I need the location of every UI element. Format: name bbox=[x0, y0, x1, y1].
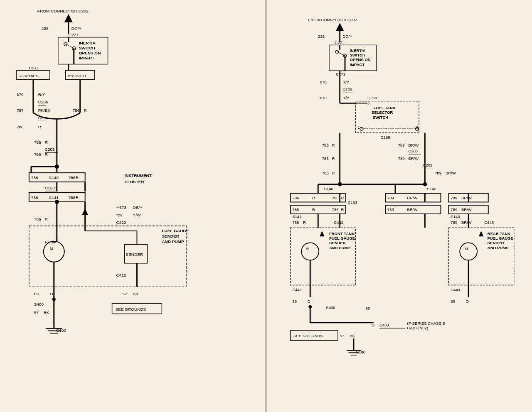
right-front-motor: M bbox=[306, 246, 310, 251]
left-786a-num: 786 bbox=[17, 125, 24, 129]
right-s141-786r: 786 bbox=[332, 207, 339, 212]
left-diagram: FROM CONNECTOR C202 N 238 DG/Y C271 INER… bbox=[0, 0, 266, 412]
right-s141-r: R bbox=[312, 207, 315, 212]
right-89b: 89 bbox=[366, 306, 370, 311]
right-s140-rr: R bbox=[341, 196, 344, 200]
left-motor-m: M bbox=[50, 246, 53, 251]
left-g100: G100 bbox=[56, 328, 66, 333]
right-670a-num: 670 bbox=[320, 80, 327, 84]
right-c403: C403 bbox=[379, 323, 389, 327]
right-786b-num: 786 bbox=[322, 156, 329, 161]
svg-marker-35 bbox=[82, 208, 88, 215]
left-c206b: C206 bbox=[38, 115, 48, 120]
diagram-container: FROM CONNECTOR C202 N 238 DG/Y C271 INER… bbox=[0, 0, 532, 412]
svg-text:FUEL GAUGE: FUEL GAUGE bbox=[488, 236, 513, 240]
right-c442a: C442 bbox=[334, 220, 343, 225]
right-57-num: 57 bbox=[340, 334, 345, 338]
right-s142: S142 bbox=[427, 186, 436, 191]
rear-tank-label1: REAR TANK bbox=[488, 231, 510, 236]
left-57b-color: BK bbox=[44, 310, 49, 315]
right-s141: S141 bbox=[292, 214, 301, 219]
right-789a-color: BR/W bbox=[408, 143, 419, 147]
left-786c-color: R bbox=[45, 152, 48, 157]
left-57-color: BK bbox=[133, 292, 139, 296]
svg-text:OPENS ON: OPENS ON bbox=[79, 51, 101, 55]
svg-text:SWITCH: SWITCH bbox=[373, 115, 389, 120]
left-786a-color: R bbox=[38, 125, 41, 129]
left-786e-color: R bbox=[76, 175, 79, 180]
left-s400: S400 bbox=[34, 302, 44, 307]
left-pump-label: PUMP bbox=[45, 240, 57, 244]
right-89a-color: O bbox=[308, 299, 310, 304]
left-c271: C271 bbox=[29, 66, 39, 70]
svg-text:SENDER: SENDER bbox=[329, 240, 346, 245]
right-786d-num: 786 bbox=[292, 220, 299, 225]
left-c206a: C206 bbox=[38, 100, 48, 104]
svg-text:IMPACT: IMPACT bbox=[79, 56, 94, 60]
bronco-label: BRONCO bbox=[68, 74, 86, 78]
fseries-label: F-SERIES bbox=[20, 74, 39, 78]
right-789d-num: 789 bbox=[451, 220, 457, 225]
svg-text:SWITCH: SWITCH bbox=[350, 53, 365, 57]
left-s141: S141 bbox=[49, 195, 59, 200]
left-89-num: 89 bbox=[34, 292, 39, 296]
svg-text:SENDER: SENDER bbox=[488, 240, 504, 245]
svg-text:N: N bbox=[338, 25, 341, 30]
left-786e-num: 786 bbox=[69, 175, 76, 180]
svg-text:CLUSTER: CLUSTER bbox=[125, 179, 144, 184]
right-s142-brwr: BR/W bbox=[461, 196, 472, 200]
right-inertia: INERTIA bbox=[350, 48, 365, 53]
right-g100: G100 bbox=[356, 350, 365, 354]
right-s142-789r: 789 bbox=[451, 196, 457, 200]
left-see-grounds: SEE GROUNDS bbox=[116, 307, 146, 311]
right-s140-786r: 786 bbox=[332, 196, 339, 200]
left-786b-color: R bbox=[45, 140, 48, 145]
left-786-right-num: 786 bbox=[73, 108, 80, 113]
right-s140: S140 bbox=[324, 186, 333, 191]
svg-text:SELECTOR: SELECTOR bbox=[372, 110, 393, 115]
right-670a-color: R/Y bbox=[342, 80, 350, 84]
right-s143-brw: BR/W bbox=[407, 207, 418, 212]
inst-cluster-label: INSTRUMENT bbox=[125, 173, 152, 178]
right-s140-r: R bbox=[312, 196, 315, 200]
right-diagram: FROM CONNECTOR C202 N 238 DG/Y C271 INER… bbox=[266, 0, 532, 412]
svg-text:AND PUMP: AND PUMP bbox=[162, 239, 184, 244]
right-ftss-label: FUEL TANK bbox=[374, 105, 396, 110]
left-fgsp-label1: FUEL GAUGE bbox=[162, 228, 189, 233]
right-789c-color: BR/W bbox=[446, 171, 456, 175]
left-title: FROM CONNECTOR C202 bbox=[37, 9, 89, 13]
svg-point-102 bbox=[460, 243, 477, 260]
svg-point-96 bbox=[301, 243, 319, 260]
right-57-color: BK bbox=[350, 334, 355, 338]
right-c271b: C271 bbox=[336, 72, 345, 76]
left-786h-num: 786 bbox=[34, 217, 41, 221]
right-s141-rr: R bbox=[341, 207, 344, 212]
pos1: 1 bbox=[358, 125, 360, 130]
left-c422a: C422 bbox=[116, 220, 126, 225]
left-786h-color: R bbox=[45, 217, 48, 221]
right-c268b: C268 bbox=[381, 135, 390, 140]
svg-text:SENDER: SENDER bbox=[162, 234, 179, 238]
left-786f-num: 786 bbox=[31, 195, 38, 200]
right-786a-num: 786 bbox=[322, 143, 329, 147]
left-c202: C202 bbox=[45, 147, 55, 152]
left-ry: R/Y bbox=[38, 92, 45, 97]
right-789d-brw: BR/W bbox=[461, 220, 472, 225]
right-fseries-chassis: (F-SERIES CHASSIS bbox=[407, 321, 445, 326]
left-786-right-color: R bbox=[84, 108, 87, 113]
svg-text:FUEL GAUGE: FUEL GAUGE bbox=[329, 236, 355, 240]
left-786c-num: 786 bbox=[34, 152, 41, 157]
left-29-color: Y/W bbox=[133, 213, 141, 217]
right-title: FROM CONNECTOR C202 bbox=[308, 17, 357, 22]
right-c206: C206 bbox=[342, 87, 352, 91]
svg-point-59 bbox=[335, 50, 339, 54]
pos2: 2 bbox=[367, 101, 369, 106]
svg-line-6 bbox=[66, 44, 74, 49]
right-786d-r: R bbox=[303, 220, 306, 225]
right-s143: S143 bbox=[451, 214, 460, 219]
svg-text:AND PUMP: AND PUMP bbox=[329, 245, 350, 250]
left-s140: S140 bbox=[49, 175, 59, 180]
svg-marker-97 bbox=[320, 231, 324, 236]
svg-text:IMPACT: IMPACT bbox=[350, 62, 365, 67]
left-787: 787 bbox=[17, 108, 24, 113]
